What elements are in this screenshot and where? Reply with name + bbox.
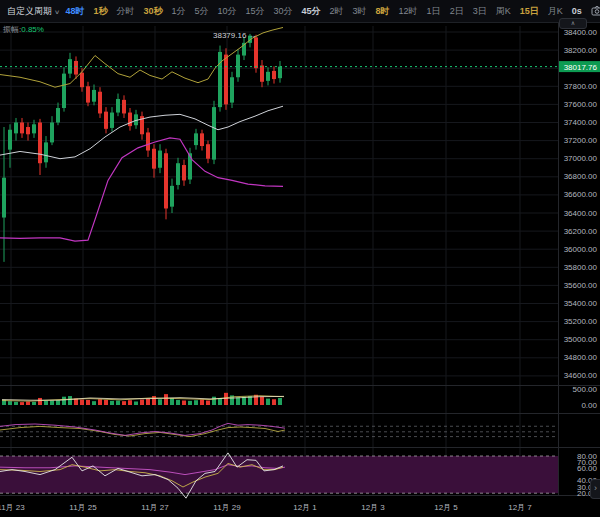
svg-text:11月 25: 11月 25: [69, 503, 97, 512]
svg-text:38017.76: 38017.76: [564, 63, 598, 72]
period-item-2时[interactable]: 2时: [330, 5, 344, 18]
kdj-band: [0, 456, 558, 493]
svg-text:36600.00: 36600.00: [564, 190, 598, 199]
chevron-down-icon: ∨: [54, 8, 60, 15]
svg-text:37600.00: 37600.00: [564, 100, 598, 109]
svg-text:12月 7: 12月 7: [508, 503, 532, 512]
period-item-1秒[interactable]: 1秒: [93, 5, 107, 18]
svg-text:36200.00: 36200.00: [564, 227, 598, 236]
period-item-15分[interactable]: 15分: [246, 5, 265, 18]
wr-panel: [0, 423, 558, 436]
svg-text:35000.00: 35000.00: [564, 335, 598, 344]
period-item-45分[interactable]: 45分: [302, 5, 321, 18]
time-axis: 11月 2311月 2511月 2711月 2912月 112月 312月 51…: [0, 503, 532, 512]
svg-text:37000.00: 37000.00: [564, 154, 598, 163]
period-item-12时[interactable]: 12时: [399, 5, 418, 18]
period-item-30分[interactable]: 30分: [274, 5, 293, 18]
svg-text:11月 23: 11月 23: [0, 503, 25, 512]
period-item-2日[interactable]: 2日: [450, 5, 464, 18]
svg-text:37800.00: 37800.00: [564, 82, 598, 91]
toolbar: 自定义周期 ∨ 48时1秒分时30秒1分5分10分15分30分45分2时3时8时…: [0, 0, 600, 23]
period-item-1日[interactable]: 1日: [427, 5, 441, 18]
svg-text:35200.00: 35200.00: [564, 317, 598, 326]
period-item-1分[interactable]: 1分: [171, 5, 185, 18]
period-dropdown[interactable]: 自定义周期 ∨: [0, 5, 65, 18]
svg-text:35800.00: 35800.00: [564, 263, 598, 272]
svg-text:36000.00: 36000.00: [564, 245, 598, 254]
svg-text:34600.00: 34600.00: [564, 371, 598, 380]
period-item-30秒[interactable]: 30秒: [143, 5, 162, 18]
svg-text:34800.00: 34800.00: [564, 353, 598, 362]
svg-text:35600.00: 35600.00: [564, 281, 598, 290]
period-item-8时[interactable]: 8时: [376, 5, 390, 18]
svg-text:500.00: 500.00: [573, 385, 598, 394]
period-items: 48时1秒分时30秒1分5分10分15分30分45分2时3时8时12时1日2日3…: [65, 5, 590, 18]
last-price-tag: 38017.76: [559, 61, 600, 72]
period-item-48时[interactable]: 48时: [65, 5, 84, 18]
svg-text:12月 5: 12月 5: [434, 503, 458, 512]
svg-text:12月 3: 12月 3: [361, 503, 385, 512]
chart-canvas[interactable]: 38400.0038200.0038000.0037800.0037600.00…: [0, 0, 600, 517]
amplitude-value: 0.85%: [21, 25, 44, 34]
svg-text:35400.00: 35400.00: [564, 299, 598, 308]
period-item-10分[interactable]: 10分: [217, 5, 236, 18]
high-price-annotation: 38379.16 →: [213, 31, 257, 40]
trading-chart-window: 38400.0038200.0038000.0037800.0037600.00…: [0, 0, 600, 517]
svg-text:0.00: 0.00: [581, 401, 597, 410]
svg-text:37400.00: 37400.00: [564, 118, 598, 127]
svg-text:60.00: 60.00: [577, 464, 598, 473]
amplitude-indicator: 振幅:0.85%: [3, 24, 44, 35]
svg-text:36800.00: 36800.00: [564, 172, 598, 181]
svg-text:11月 27: 11月 27: [141, 503, 169, 512]
collapse-toolbar-button[interactable]: ∧: [559, 18, 587, 29]
period-item-5分[interactable]: 5分: [194, 5, 208, 18]
period-item-分时[interactable]: 分时: [116, 5, 134, 18]
camera-icon[interactable]: [591, 5, 600, 18]
svg-text:12月 1: 12月 1: [293, 503, 317, 512]
period-item-0s[interactable]: 0s: [572, 6, 582, 16]
amplitude-label: 振幅:: [3, 25, 21, 34]
svg-text:37200.00: 37200.00: [564, 136, 598, 145]
svg-text:38200.00: 38200.00: [564, 46, 598, 55]
svg-text:36400.00: 36400.00: [564, 209, 598, 218]
boll-lower-line: [0, 138, 283, 241]
period-item-月K[interactable]: 月K: [548, 5, 563, 18]
period-item-周K[interactable]: 周K: [496, 5, 511, 18]
price-axis: 38400.0038200.0038000.0037800.0037600.00…: [564, 28, 598, 381]
period-item-15日[interactable]: 15日: [520, 5, 539, 18]
svg-text:11月 29: 11月 29: [213, 503, 241, 512]
period-dropdown-label: 自定义周期: [7, 5, 52, 18]
period-item-3时[interactable]: 3时: [353, 5, 367, 18]
volume-axis: 500.000.00: [573, 385, 598, 410]
period-item-3日[interactable]: 3日: [473, 5, 487, 18]
expand-panel-tab[interactable]: ›: [590, 479, 600, 499]
